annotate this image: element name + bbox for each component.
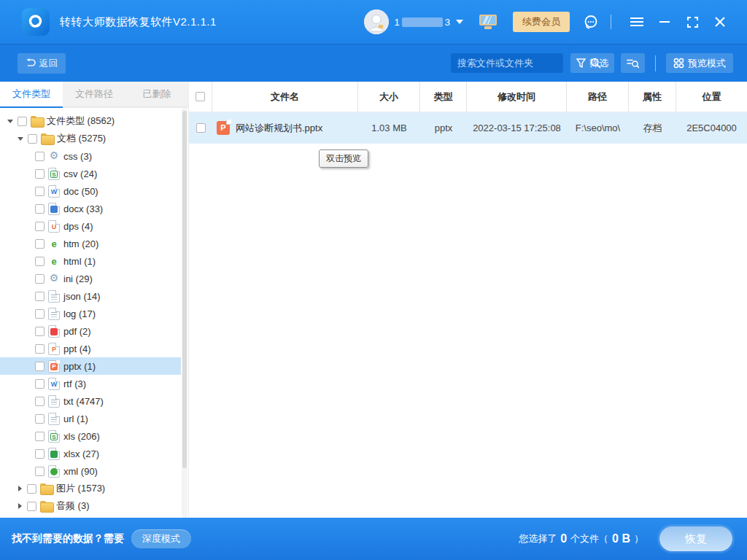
back-button[interactable]: 返回: [18, 53, 66, 74]
tree-item-documents[interactable]: 文档 (5275): [0, 130, 181, 147]
filter-search-button[interactable]: [621, 53, 645, 73]
tree-expander-icon[interactable]: [18, 503, 22, 509]
column-header-path[interactable]: 路径: [567, 82, 629, 112]
tree-item-json[interactable]: json (14): [0, 287, 181, 305]
tree-item-doc[interactable]: Wdoc (50): [0, 182, 181, 200]
row-checkbox[interactable]: [196, 123, 206, 133]
tree-checkbox[interactable]: [28, 134, 37, 144]
tree-item-ini[interactable]: ini (29): [0, 270, 181, 287]
list-search-icon: [627, 58, 639, 69]
tree-expander-icon[interactable]: [18, 137, 23, 141]
user-dropdown-caret-icon[interactable]: [456, 20, 463, 24]
app-title: 转转大师数据恢复软件V2.1.1.1: [60, 15, 217, 29]
tree-checkbox[interactable]: [35, 449, 44, 459]
tree-checkbox[interactable]: [35, 379, 44, 389]
deep-mode-button[interactable]: 深度模式: [131, 529, 191, 548]
tree-item-label: log (17): [63, 308, 96, 319]
tree-item-pptx[interactable]: Ppptx (1): [0, 357, 181, 375]
tree-item-label: 文档 (5275): [57, 132, 106, 145]
column-header-size[interactable]: 大小: [358, 82, 420, 112]
table-row[interactable]: 网站诊断规划书.pptx 1.03 MB pptx 2022-03-15 17:…: [189, 112, 747, 144]
tree-item-url[interactable]: url (1): [0, 410, 181, 427]
tree-item-pdf[interactable]: pdf (2): [0, 322, 181, 340]
search-box: [451, 53, 563, 73]
sidebar-scrollbar[interactable]: [182, 108, 187, 518]
column-header-location[interactable]: 位置: [676, 82, 747, 112]
tree-checkbox[interactable]: [35, 467, 44, 476]
tree-item-dps[interactable]: Udps (4): [0, 217, 181, 235]
tree-checkbox[interactable]: [35, 152, 44, 161]
tree-item-ppt[interactable]: Pppt (4): [0, 340, 181, 357]
tree-item-images[interactable]: 图片 (1573): [0, 480, 181, 497]
tree-item-txt[interactable]: txt (4747): [0, 392, 181, 410]
customer-service-icon[interactable]: [583, 14, 599, 30]
tree-checkbox[interactable]: [35, 432, 44, 441]
column-header-attr[interactable]: 属性: [629, 82, 676, 112]
tree-item-file-type-root[interactable]: 文件类型 (8562): [0, 112, 181, 130]
selection-size: 0 B: [612, 532, 630, 545]
tree-checkbox[interactable]: [35, 239, 44, 249]
row-name-cell[interactable]: 网站诊断规划书.pptx: [212, 121, 358, 135]
user-avatar[interactable]: [364, 9, 389, 34]
tree-item-css[interactable]: css (3): [0, 147, 181, 165]
row-checkbox-cell: [189, 123, 212, 133]
device-monitor-icon[interactable]: [479, 15, 497, 29]
select-all-checkbox[interactable]: [196, 92, 205, 101]
tree-item-xml[interactable]: xml (90): [0, 462, 181, 480]
tree-checkbox[interactable]: [35, 344, 44, 354]
selection-count: 0: [560, 532, 567, 545]
tree-checkbox[interactable]: [35, 257, 44, 266]
tree-checkbox[interactable]: [35, 187, 44, 196]
tree-checkbox[interactable]: [35, 309, 44, 319]
tree-item-label: json (14): [63, 291, 101, 302]
blue-w-icon: W: [48, 378, 60, 390]
tab-deleted[interactable]: 已删除: [125, 82, 188, 108]
preview-mode-button[interactable]: 预览模式: [666, 53, 733, 73]
tree-checkbox[interactable]: [35, 362, 44, 371]
tree-checkbox[interactable]: [35, 414, 44, 424]
tree-expander-icon[interactable]: [7, 120, 13, 123]
tree-checkbox[interactable]: [35, 222, 44, 231]
lines-icon: [48, 308, 60, 320]
tree-item-log[interactable]: log (17): [0, 305, 181, 322]
column-header-type[interactable]: 类型: [420, 82, 467, 112]
minimize-button[interactable]: [651, 10, 678, 34]
file-type: pptx: [420, 122, 467, 133]
tree-item-rtf[interactable]: Wrtf (3): [0, 375, 181, 392]
tree-item-docx[interactable]: docx (33): [0, 200, 181, 217]
tree-item-label: pdf (2): [63, 326, 91, 337]
tree-item-htm[interactable]: htm (20): [0, 235, 181, 252]
tree-checkbox[interactable]: [27, 502, 36, 511]
tree-checkbox[interactable]: [35, 204, 44, 214]
filter-button[interactable]: 筛选: [570, 53, 614, 73]
tree-checkbox[interactable]: [35, 292, 44, 301]
tree-item-audio[interactable]: 音频 (3): [0, 497, 181, 515]
tab-file-path[interactable]: 文件路径: [63, 82, 125, 108]
close-button[interactable]: [706, 10, 734, 34]
column-header-name[interactable]: 文件名: [212, 82, 358, 112]
tree-checkbox[interactable]: [35, 274, 44, 284]
renew-membership-button[interactable]: 续费会员: [513, 12, 570, 32]
column-header-modified[interactable]: 修改时间: [467, 82, 567, 112]
folder-icon: [40, 483, 53, 494]
recover-button[interactable]: 恢复: [659, 526, 732, 551]
tab-file-type[interactable]: 文件类型: [0, 82, 63, 108]
search-input[interactable]: [451, 58, 589, 69]
tree-checkbox[interactable]: [35, 327, 44, 336]
tree-item-html[interactable]: html (1): [0, 252, 181, 270]
username[interactable]: 1 3: [395, 17, 450, 28]
tree-expander-icon[interactable]: [18, 486, 22, 491]
tree-item-xlsx[interactable]: xlsx (27): [0, 445, 181, 462]
tree-checkbox[interactable]: [35, 169, 44, 179]
menu-button[interactable]: [623, 10, 651, 34]
pdf-icon: [48, 325, 60, 338]
tree-checkbox[interactable]: [35, 397, 44, 406]
tree-checkbox[interactable]: [27, 484, 36, 494]
tree-item-xls[interactable]: Sxls (206): [0, 427, 181, 445]
lines-icon: [48, 395, 60, 408]
tree-item-csv[interactable]: Scsv (24): [0, 165, 181, 182]
orange-u-icon: U: [48, 220, 60, 233]
tree-checkbox[interactable]: [18, 117, 27, 126]
sidebar-scrollbar-thumb[interactable]: [182, 111, 187, 468]
maximize-button[interactable]: [678, 10, 706, 34]
